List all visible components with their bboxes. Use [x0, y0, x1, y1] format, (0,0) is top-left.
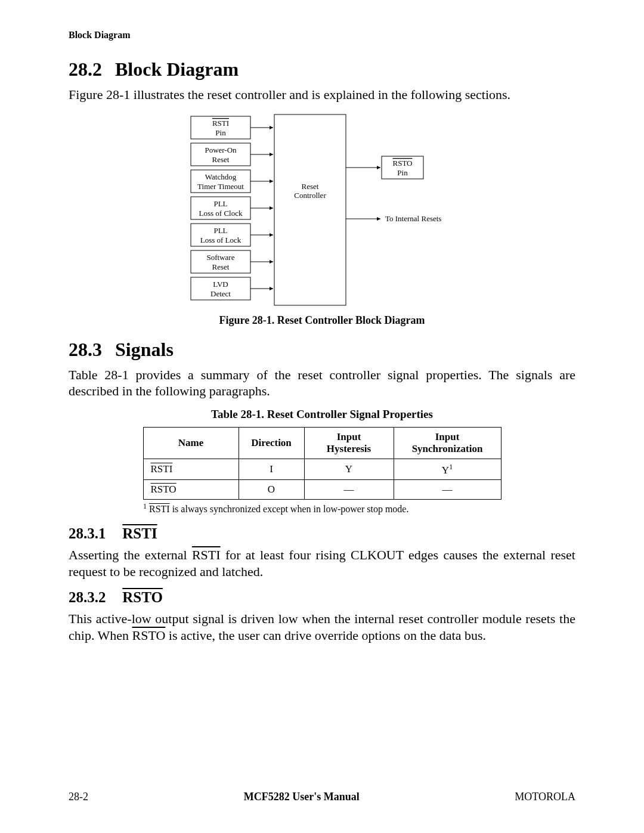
diagram-output-1-label: To Internal Resets [385, 214, 441, 223]
svg-rect-0 [274, 114, 346, 305]
td-direction: I [239, 459, 304, 480]
section-number: 28.3.2 [69, 589, 119, 606]
diagram-input-6-line2: Detect [210, 289, 231, 298]
diagram-input-1-line1: Power-On [205, 145, 237, 154]
running-header: Block Diagram [69, 30, 575, 41]
signal-name: RSTI [151, 463, 173, 475]
footnote-signal: RSTI [149, 504, 170, 514]
table-footnote: 1 RSTI is always synchronized except whe… [143, 502, 501, 515]
page-footer: 28-2 MCF5282 User's Manual MOTOROLA [69, 791, 575, 803]
signal-name: RSTI [192, 547, 221, 562]
section-title: RSTI [122, 525, 157, 541]
diagram-input-2-line2: Timer Timeout [197, 182, 244, 191]
body-text: is active, the user can drive override o… [165, 628, 486, 643]
section-28-3-heading: 28.3 Signals [69, 339, 575, 361]
diagram-inputs: RSTI Pin Power-On Reset Watchdog Timer T… [191, 116, 273, 300]
td-direction: O [239, 480, 304, 500]
section-title: Signals [115, 339, 174, 360]
section-28-2-heading: 28.2 Block Diagram [69, 58, 575, 80]
diagram-output-0-line1: RSTO [393, 159, 413, 168]
document-page: Block Diagram 28.2 Block Diagram Figure … [0, 0, 644, 833]
section-28-3-2-body: This active-low output signal is driven … [69, 611, 575, 643]
diagram-input-4-line1: PLL [213, 226, 227, 235]
diagram-input-6-line1: LVD [213, 280, 228, 289]
section-title: Block Diagram [115, 58, 239, 80]
section-28-3-2-heading: 28.3.2 RSTO [69, 589, 575, 606]
diagram-core-line1: Reset [302, 182, 319, 191]
diagram-input-0-line2: Pin [215, 128, 226, 137]
th-name: Name [143, 427, 239, 459]
diagram-input-3-line1: PLL [213, 199, 227, 208]
td-hysteresis: Y [304, 459, 394, 480]
diagram-output-rsto: RSTO Pin [346, 156, 423, 179]
signal-name: RSTO [151, 484, 177, 495]
td-sync: — [394, 480, 501, 500]
figure-28-1-caption: Figure 28-1. Reset Controller Block Diag… [69, 314, 575, 327]
footnote-ref: 1 [449, 463, 453, 471]
table-row: RSTO O — — [143, 480, 501, 500]
section-28-3-intro: Table 28-1 provides a summary of the res… [69, 367, 575, 400]
footer-manual-title: MCF5282 User's Manual [244, 791, 360, 803]
section-28-3-1-heading: 28.3.1 RSTI [69, 525, 575, 542]
reset-controller-block-diagram: .box { fill:#fff; stroke:#000; stroke-wi… [185, 112, 459, 311]
diagram-input-1-line2: Reset [212, 155, 230, 164]
th-input-synchronization: Input Synchronization [394, 427, 501, 459]
td-name: RSTI [143, 459, 239, 480]
diagram-input-4-line2: Loss of Lock [200, 236, 242, 244]
diagram-core-line2: Controller [294, 191, 326, 200]
th-direction: Direction [239, 427, 304, 459]
td-hysteresis: — [304, 480, 394, 500]
diagram-input-0-line1: RSTI [212, 119, 229, 128]
diagram-svg: .box { fill:#fff; stroke:#000; stroke-wi… [185, 112, 459, 308]
table-28-1-caption: Table 28-1. Reset Controller Signal Prop… [69, 408, 575, 421]
section-number: 28.3 [69, 339, 110, 361]
sync-value: Y [442, 464, 449, 475]
th-input-hysteresis: Input Hysteresis [304, 427, 394, 459]
table-header-row: Name Direction Input Hysteresis Input Sy… [143, 427, 501, 459]
diagram-output-internal-resets: To Internal Resets [346, 214, 441, 223]
signal-name: RSTO [132, 628, 166, 643]
section-number: 28.3.1 [69, 525, 119, 542]
footer-company: MOTOROLA [515, 791, 575, 803]
section-28-3-1-body: Asserting the external RSTI for at least… [69, 547, 575, 580]
section-28-2-intro: Figure 28-1 illustrates the reset contro… [69, 86, 575, 103]
footer-page-number: 28-2 [69, 791, 88, 803]
diagram-input-3-line2: Loss of Clock [199, 209, 243, 218]
td-sync: Y1 [394, 459, 501, 480]
table-28-1: Name Direction Input Hysteresis Input Sy… [143, 427, 501, 500]
diagram-output-0-line2: Pin [397, 168, 408, 177]
body-text: Asserting the external [69, 547, 192, 562]
diagram-input-2-line1: Watchdog [205, 172, 237, 181]
diagram-input-5-line2: Reset [212, 262, 230, 271]
section-number: 28.2 [69, 58, 110, 80]
td-name: RSTO [143, 480, 239, 500]
table-row: RSTI I Y Y1 [143, 459, 501, 480]
section-title: RSTO [122, 589, 163, 605]
diagram-input-5-line1: Software [207, 253, 235, 262]
footnote-text: is always synchronized except when in lo… [170, 504, 409, 514]
